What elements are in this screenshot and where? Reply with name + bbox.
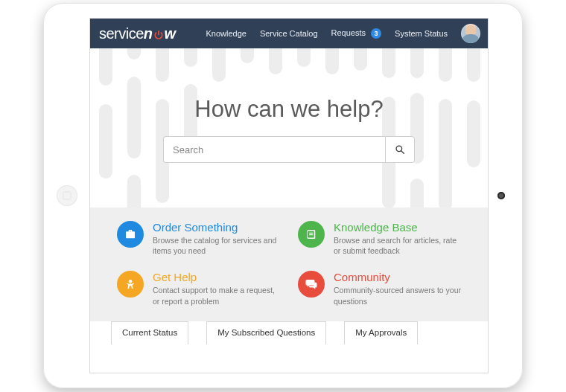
brand-part2: n (144, 25, 153, 42)
quick-links-grid: Order Something Browse the catalog for s… (90, 208, 488, 321)
card-order-something[interactable]: Order Something Browse the catalog for s… (117, 221, 280, 256)
book-icon (298, 221, 325, 248)
search-icon (395, 144, 405, 155)
nav-knowledge[interactable]: Knowledge (206, 29, 246, 38)
chat-icon (298, 271, 325, 298)
card-title: Knowledge Base (334, 221, 461, 234)
search-bar (163, 136, 415, 163)
hero-content: How can we help? (90, 48, 488, 163)
nav-requests-label: Requests (331, 28, 366, 37)
search-input[interactable] (163, 136, 385, 163)
card-desc: Community-sourced answers to your questi… (334, 285, 461, 306)
svg-point-2 (129, 280, 133, 283)
hero-section: How can we help? (90, 48, 488, 208)
brand-part1: service (99, 25, 144, 42)
requests-count-badge: 3 (371, 28, 381, 39)
app-screen: service n w Knowledge Service Catalog Re… (89, 18, 489, 373)
hero-title: How can we help? (90, 96, 488, 123)
card-title: Get Help (153, 271, 280, 283)
card-desc: Contact support to make a request, or re… (153, 285, 280, 306)
tab-subscribed-questions[interactable]: My Subscribed Questions (206, 321, 326, 344)
header-bar: service n w Knowledge Service Catalog Re… (90, 19, 488, 48)
card-title: Community (334, 271, 461, 283)
tablet-frame: service n w Knowledge Service Catalog Re… (43, 3, 523, 388)
bg-pill (127, 175, 141, 208)
user-avatar[interactable] (461, 24, 480, 43)
tab-current-status[interactable]: Current Status (111, 321, 188, 344)
svg-line-1 (401, 151, 404, 153)
tablet-camera (497, 192, 505, 199)
card-get-help[interactable]: Get Help Contact support to make a reque… (117, 271, 280, 306)
bottom-tabs: Current Status My Subscribed Questions M… (90, 321, 488, 344)
tablet-home-button (57, 185, 77, 206)
bg-pill (410, 179, 424, 208)
nav-system-status[interactable]: System Status (395, 29, 448, 38)
person-icon (117, 271, 144, 298)
briefcase-icon (117, 221, 144, 248)
header-nav: Knowledge Service Catalog Requests 3 Sys… (206, 24, 480, 43)
card-desc: Browse and search for articles, rate or … (334, 235, 461, 256)
power-icon (153, 30, 164, 40)
card-knowledge-base[interactable]: Knowledge Base Browse and search for art… (298, 221, 461, 256)
brand-part3: w (165, 25, 176, 42)
nav-service-catalog[interactable]: Service Catalog (260, 29, 318, 38)
card-desc: Browse the catalog for services and item… (153, 235, 280, 256)
card-title: Order Something (153, 221, 280, 234)
nav-requests[interactable]: Requests 3 (331, 28, 382, 39)
card-community[interactable]: Community Community-sourced answers to y… (298, 271, 461, 306)
search-button[interactable] (385, 136, 415, 163)
brand-logo[interactable]: service n w (99, 25, 176, 42)
tab-my-approvals[interactable]: My Approvals (344, 321, 418, 344)
